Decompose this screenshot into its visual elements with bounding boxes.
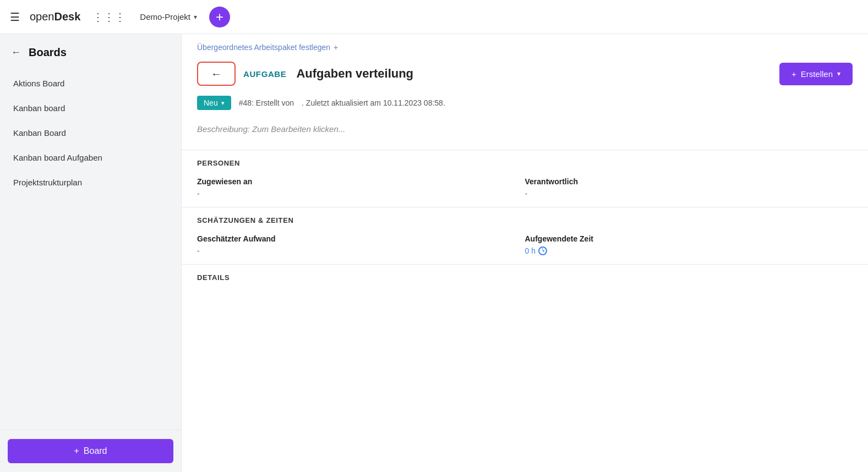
- sidebar-item-kanban-board-1[interactable]: Kanban board: [0, 96, 181, 120]
- details-section-title: DETAILS: [197, 273, 853, 282]
- add-board-button[interactable]: + Board: [8, 439, 173, 463]
- project-name: Demo-Projekt: [140, 12, 190, 21]
- main-content: Übergeordnetes Arbeitspaket festlegen + …: [182, 34, 868, 472]
- main-layout: ← Boards Aktions Board Kanban board Kanb…: [0, 34, 868, 472]
- description-placeholder[interactable]: Beschreibung: Zum Bearbeiten klicken...: [197, 124, 345, 134]
- add-board-plus-icon: +: [74, 446, 79, 456]
- geschaetzt-value[interactable]: -: [197, 246, 525, 255]
- global-add-button[interactable]: +: [209, 7, 230, 28]
- geschaetzt-field: Geschätzter Aufwand -: [197, 234, 525, 255]
- sidebar: ← Boards Aktions Board Kanban board Kanb…: [0, 34, 182, 472]
- breadcrumb-link[interactable]: Übergeordnetes Arbeitspaket festlegen: [197, 43, 330, 52]
- hamburger-icon[interactable]: ☰: [10, 10, 20, 24]
- sidebar-title: Boards: [29, 46, 67, 59]
- grid-icon[interactable]: ⋮⋮⋮: [92, 10, 125, 24]
- verantwortlich-value[interactable]: -: [525, 189, 853, 198]
- schaetzungen-section-title: SCHÄTZUNGEN & ZEITEN: [197, 216, 853, 224]
- status-chevron-icon: ▾: [221, 100, 225, 107]
- task-type-label: AUFGABE: [243, 69, 286, 79]
- sidebar-header: ← Boards: [0, 34, 181, 69]
- clock-icon: [538, 246, 547, 255]
- task-title: Aufgaben verteilung: [296, 67, 413, 81]
- back-arrow-icon: ←: [211, 68, 222, 80]
- sidebar-item-kanban-board-2[interactable]: Kanban Board: [0, 120, 181, 145]
- logo: openDesk: [30, 10, 80, 23]
- verantwortlich-label: Verantwortlich: [525, 177, 853, 186]
- verantwortlich-field: Verantwortlich -: [525, 177, 853, 198]
- sidebar-nav: Aktions Board Kanban board Kanban Board …: [0, 69, 181, 430]
- sidebar-back-icon[interactable]: ←: [11, 47, 21, 58]
- zugewiesen-field: Zugewiesen an -: [197, 177, 525, 198]
- erstellen-chevron-icon: ▾: [837, 70, 840, 78]
- task-header-left: ← AUFGABE Aufgaben verteilung: [197, 62, 413, 86]
- zugewiesen-label: Zugewiesen an: [197, 177, 525, 186]
- meta-bar: Neu ▾ #48: Erstellt von . Zuletzt aktual…: [182, 96, 868, 120]
- erstellen-label: Erstellen: [801, 69, 833, 79]
- sidebar-item-kanban-board-aufgaben[interactable]: Kanban board Aufgaben: [0, 145, 181, 170]
- meta-updated-text: . Zuletzt aktualisiert am 10.11.2023 08:…: [302, 98, 445, 107]
- status-badge[interactable]: Neu ▾: [197, 96, 231, 110]
- zugewiesen-value[interactable]: -: [197, 189, 525, 198]
- schaetzungen-fields: Geschätzter Aufwand - Aufgewendete Zeit …: [197, 234, 853, 255]
- breadcrumb: Übergeordnetes Arbeitspaket festlegen +: [182, 34, 868, 56]
- add-board-label: Board: [84, 446, 107, 456]
- aufgewendet-field: Aufgewendete Zeit 0 h: [525, 234, 853, 255]
- erstellen-button[interactable]: + Erstellen ▾: [779, 63, 853, 85]
- aufgewendet-value[interactable]: 0 h: [525, 246, 853, 255]
- personen-fields: Zugewiesen an - Verantwortlich -: [197, 177, 853, 198]
- status-label: Neu: [204, 98, 218, 107]
- sidebar-item-aktions-board[interactable]: Aktions Board: [0, 71, 181, 96]
- meta-id-text: #48: Erstellt von: [239, 98, 294, 107]
- schaetzungen-section: SCHÄTZUNGEN & ZEITEN Geschätzter Aufwand…: [182, 207, 868, 264]
- aufgewendet-label: Aufgewendete Zeit: [525, 234, 853, 243]
- description-area[interactable]: Beschreibung: Zum Bearbeiten klicken...: [182, 120, 868, 150]
- breadcrumb-plus-icon[interactable]: +: [334, 43, 338, 52]
- erstellen-plus-icon: +: [791, 69, 796, 79]
- sidebar-item-projektstrukturplan[interactable]: Projektstrukturplan: [0, 170, 181, 195]
- personen-section: PERSONEN Zugewiesen an - Verantwortlich …: [182, 150, 868, 207]
- geschaetzt-label: Geschätzter Aufwand: [197, 234, 525, 243]
- top-navigation: ☰ openDesk ⋮⋮⋮ Demo-Projekt ▾ +: [0, 0, 868, 34]
- task-header: ← AUFGABE Aufgaben verteilung + Erstelle…: [182, 56, 868, 96]
- project-chevron-icon: ▾: [194, 13, 197, 21]
- project-selector[interactable]: Demo-Projekt ▾: [140, 12, 197, 21]
- personen-section-title: PERSONEN: [197, 159, 853, 167]
- sidebar-footer: + Board: [0, 430, 181, 472]
- details-section: DETAILS: [182, 264, 868, 300]
- task-back-button[interactable]: ←: [197, 62, 236, 86]
